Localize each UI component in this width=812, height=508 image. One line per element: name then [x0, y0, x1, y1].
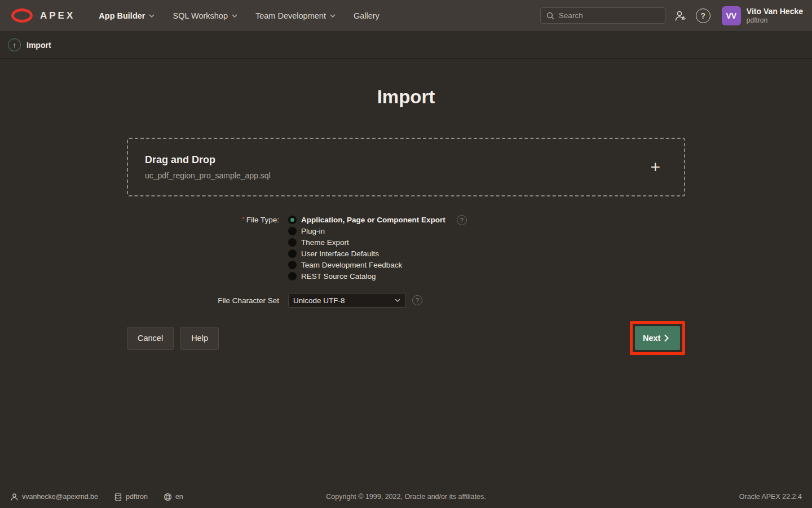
file-type-label-text: File Type:	[246, 216, 279, 224]
footer-workspace[interactable]: pdftron	[114, 493, 148, 501]
chevron-down-icon	[330, 14, 336, 17]
apex-wordmark: APEX	[40, 10, 75, 21]
file-type-radio-group: Application, Page or Component Export ? …	[288, 216, 467, 281]
chevron-down-icon	[149, 14, 155, 17]
plus-icon[interactable]: +	[650, 159, 667, 176]
wizard-actions: Cancel Help Next	[127, 321, 685, 355]
search-icon	[546, 12, 554, 20]
global-search[interactable]	[540, 7, 665, 24]
import-form: *File Type: Application, Page or Compone…	[127, 216, 685, 355]
avatar: VV	[722, 6, 741, 25]
footer-language[interactable]: en	[164, 493, 183, 501]
breadcrumb-current: Import	[27, 41, 51, 50]
radio-label: Application, Page or Component Export	[301, 216, 445, 224]
radio-theme-export[interactable]: Theme Export	[288, 238, 467, 247]
radio-plugin[interactable]: Plug-in	[288, 227, 467, 235]
nav-app-builder[interactable]: App Builder	[90, 0, 164, 31]
arrow-up-glyph: ↑	[12, 41, 16, 49]
footer-version: Oracle APEX 22.2.4	[739, 493, 802, 501]
administration-icon[interactable]	[673, 8, 688, 23]
charset-select[interactable]: Unicode UTF-8	[288, 293, 405, 308]
cancel-button[interactable]: Cancel	[127, 327, 174, 350]
oracle-logo-icon[interactable]	[11, 8, 33, 23]
nav-gallery[interactable]: Gallery	[345, 0, 389, 31]
person-icon	[10, 493, 19, 501]
dropzone-selected-file: uc_pdf_region_pro_sample_app.sql	[145, 171, 271, 180]
radio-rest-source-catalog[interactable]: REST Source Catalog	[288, 272, 467, 281]
radio-label: Team Development Feedback	[301, 261, 402, 269]
user-menu[interactable]: VV Vito Van Hecke pdftron	[722, 6, 803, 25]
nav-sql-workshop[interactable]: SQL Workshop	[164, 0, 246, 31]
nav-team-development-label: Team Development	[255, 11, 326, 20]
database-icon	[114, 493, 122, 501]
next-button-label: Next	[643, 334, 660, 343]
apex-import-page: { "header": { "brand": "APEX", "nav": [ …	[0, 0, 812, 508]
top-navigation-bar: APEX App Builder SQL Workshop Team Devel…	[0, 0, 812, 32]
charset-label: File Character Set	[127, 296, 288, 305]
footer-workspace-name: pdftron	[126, 493, 148, 501]
dropzone-title: Drag and Drop	[145, 154, 271, 166]
field-help-icon[interactable]: ?	[412, 295, 422, 305]
question-glyph: ?	[460, 217, 464, 224]
radio-label: User Interface Defaults	[301, 249, 379, 258]
nav-gallery-label: Gallery	[354, 11, 379, 20]
chevron-right-icon	[664, 335, 669, 341]
required-marker: *	[242, 216, 245, 224]
import-wizard: Import Drag and Drop uc_pdf_region_pro_s…	[127, 59, 685, 355]
arrow-up-icon[interactable]: ↑	[8, 38, 21, 51]
main-menu: App Builder SQL Workshop Team Developmen…	[90, 0, 389, 31]
file-type-row: *File Type: Application, Page or Compone…	[127, 216, 685, 281]
radio-label: Theme Export	[301, 238, 349, 247]
help-button[interactable]: Help	[180, 327, 219, 350]
question-glyph: ?	[416, 297, 419, 304]
help-icon[interactable]: ?	[696, 8, 710, 23]
search-input[interactable]	[559, 11, 659, 20]
radio-label: REST Source Catalog	[301, 272, 376, 281]
charset-selected-value: Unicode UTF-8	[293, 296, 345, 305]
nav-sql-workshop-label: SQL Workshop	[173, 11, 228, 20]
header-right-tools: ? VV Vito Van Hecke pdftron	[540, 6, 803, 25]
radio-ui-defaults[interactable]: User Interface Defaults	[288, 249, 467, 258]
footer-language-code: en	[175, 493, 183, 501]
user-identity: Vito Van Hecke pdftron	[747, 7, 803, 24]
page-title: Import	[127, 59, 685, 108]
footer-user[interactable]: vvanhecke@apexrnd.be	[10, 493, 98, 501]
radio-icon	[288, 249, 297, 258]
user-name: Vito Van Hecke	[747, 7, 803, 16]
file-type-label: *File Type:	[127, 216, 288, 281]
radio-icon	[288, 216, 297, 224]
radio-icon	[288, 238, 297, 247]
chevron-down-icon	[395, 299, 400, 302]
radio-icon	[288, 272, 297, 281]
breadcrumb: ↑ Import	[0, 32, 812, 59]
file-dropzone[interactable]: Drag and Drop uc_pdf_region_pro_sample_a…	[127, 138, 685, 196]
footer-user-email: vvanhecke@apexrnd.be	[22, 493, 98, 501]
radio-icon	[288, 227, 297, 235]
question-glyph: ?	[701, 11, 706, 20]
globe-icon	[164, 493, 172, 501]
next-button[interactable]: Next	[635, 326, 680, 350]
chevron-down-icon	[232, 14, 237, 17]
nav-app-builder-label: App Builder	[99, 11, 145, 20]
radio-application-export[interactable]: Application, Page or Component Export ?	[288, 216, 467, 224]
radio-icon	[288, 261, 297, 269]
charset-row: File Character Set Unicode UTF-8 ?	[127, 293, 685, 308]
user-workspace: pdftron	[747, 16, 803, 24]
radio-label: Plug-in	[301, 227, 325, 235]
field-help-icon[interactable]: ?	[457, 215, 467, 225]
footer: Copyright © 1999, 2022, Oracle and/or it…	[0, 485, 812, 508]
radio-team-dev-feedback[interactable]: Team Development Feedback	[288, 261, 467, 269]
annotation-highlight-box: Next	[630, 321, 685, 355]
nav-team-development[interactable]: Team Development	[246, 0, 345, 31]
dropzone-text: Drag and Drop uc_pdf_region_pro_sample_a…	[145, 154, 271, 180]
